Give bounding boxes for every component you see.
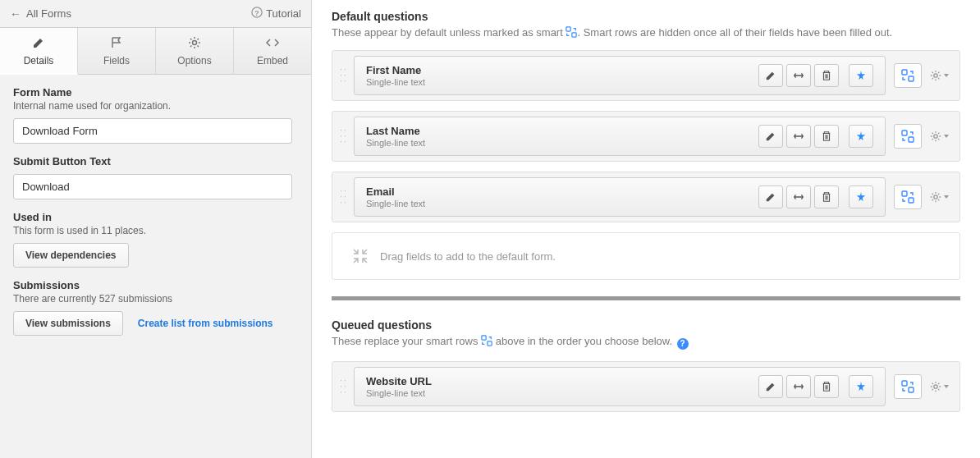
svg-point-18 <box>934 384 937 387</box>
svg-rect-14 <box>482 336 486 340</box>
used-in-help: This form is used in 11 places. <box>13 225 298 236</box>
smart-icon <box>566 26 577 38</box>
edit-button[interactable] <box>758 185 783 208</box>
field-title: Website URL <box>366 375 758 387</box>
field-card[interactable]: EmailSingle-line text <box>354 177 886 217</box>
row-settings[interactable] <box>927 185 953 209</box>
submissions-label: Submissions <box>13 279 298 291</box>
gear-icon <box>156 36 233 52</box>
tab-label: Details <box>24 55 54 66</box>
form-name-help: Internal name used for organization. <box>13 100 298 112</box>
svg-rect-17 <box>909 387 914 392</box>
question-row: ∙∙∙∙∙∙Website URLSingle-line text <box>332 361 960 412</box>
tab-fields[interactable]: Fields <box>78 28 156 74</box>
required-button[interactable] <box>849 185 873 208</box>
drag-handle[interactable]: ∙∙∙∙∙∙ <box>337 126 350 146</box>
queued-sub: These replace your smart rows above in t… <box>332 335 960 350</box>
code-icon <box>234 36 311 52</box>
smart-toggle[interactable] <box>894 63 922 88</box>
form-name-label: Form Name <box>13 86 298 98</box>
back-arrow-icon: ← <box>10 7 21 21</box>
tab-details[interactable]: Details <box>0 28 78 75</box>
view-submissions-button[interactable]: View submissions <box>13 311 123 336</box>
field-type: Single-line text <box>366 77 758 87</box>
field-type: Single-line text <box>366 199 758 208</box>
submit-button-label: Submit Button Text <box>13 155 298 167</box>
help-icon: ? <box>251 7 263 21</box>
field-card[interactable]: First NameSingle-line text <box>354 56 886 95</box>
tab-label: Options <box>177 55 211 66</box>
field-card[interactable]: Website URLSingle-line text <box>354 367 886 406</box>
field-type: Single-line text <box>366 138 758 148</box>
svg-rect-6 <box>909 76 914 81</box>
tab-options[interactable]: Options <box>156 28 234 74</box>
default-heading: Default questions <box>332 10 960 23</box>
field-title: First Name <box>366 64 758 76</box>
tab-embed[interactable]: Embed <box>234 28 311 74</box>
edit-button[interactable] <box>758 125 783 148</box>
edit-button[interactable] <box>758 64 783 87</box>
tutorial-link[interactable]: ? Tutorial <box>251 7 301 21</box>
default-sub-post: . Smart rows are hidden once all of thei… <box>577 26 892 39</box>
form-name-input[interactable] <box>13 118 292 144</box>
sidebar: ← All Forms ? Tutorial Details <box>0 0 312 458</box>
view-dependencies-button[interactable]: View dependencies <box>13 243 129 268</box>
used-in-label: Used in <box>13 211 298 223</box>
main-panel: Default questions These appear by defaul… <box>312 0 980 458</box>
queued-sub-post: above in the order you choose below. <box>492 335 675 347</box>
smart-toggle[interactable] <box>894 374 922 399</box>
info-icon[interactable]: ? <box>677 338 689 350</box>
default-sub: These appear by default unless marked as… <box>332 26 960 39</box>
svg-point-2 <box>193 41 197 45</box>
svg-rect-11 <box>902 191 907 196</box>
svg-rect-16 <box>902 381 907 386</box>
tutorial-label: Tutorial <box>266 7 301 20</box>
delete-button[interactable] <box>814 64 839 87</box>
create-list-link[interactable]: Create list from submissions <box>138 318 273 329</box>
tab-label: Fields <box>103 55 130 66</box>
smart-icon <box>481 335 492 346</box>
delete-button[interactable] <box>814 185 839 208</box>
required-button[interactable] <box>849 125 873 148</box>
delete-button[interactable] <box>814 375 839 398</box>
drop-text: Drag fields to add to the default form. <box>380 250 556 263</box>
field-card[interactable]: Last NameSingle-line text <box>354 117 886 156</box>
section-divider <box>332 296 960 300</box>
question-row: ∙∙∙∙∙∙First NameSingle-line text <box>332 50 960 101</box>
svg-point-10 <box>934 135 937 138</box>
queued-heading: Queued questions <box>332 318 960 332</box>
submissions-help: There are currently 527 submissions <box>13 293 298 305</box>
required-button[interactable] <box>849 375 873 398</box>
question-row: ∙∙∙∙∙∙EmailSingle-line text <box>332 172 960 222</box>
move-button[interactable] <box>786 125 811 148</box>
field-title: Last Name <box>366 125 758 137</box>
field-type: Single-line text <box>366 388 758 398</box>
smart-toggle[interactable] <box>894 124 922 149</box>
default-drop-area[interactable]: Drag fields to add to the default form. <box>332 232 960 280</box>
svg-point-13 <box>934 195 937 199</box>
required-button[interactable] <box>849 64 873 87</box>
svg-rect-12 <box>909 198 914 203</box>
move-button[interactable] <box>786 64 811 87</box>
submit-button-input[interactable] <box>13 174 292 199</box>
drag-handle[interactable]: ∙∙∙∙∙∙ <box>337 66 350 85</box>
delete-button[interactable] <box>814 125 839 148</box>
move-button[interactable] <box>786 375 811 398</box>
row-settings[interactable] <box>927 63 953 88</box>
row-settings[interactable] <box>927 124 953 149</box>
svg-rect-8 <box>902 131 907 135</box>
svg-rect-15 <box>488 341 492 346</box>
svg-rect-5 <box>902 70 907 75</box>
edit-button[interactable] <box>758 375 783 398</box>
drag-handle[interactable]: ∙∙∙∙∙∙ <box>337 187 350 207</box>
smart-toggle[interactable] <box>894 185 922 209</box>
svg-rect-3 <box>566 27 570 31</box>
svg-point-7 <box>934 74 937 77</box>
row-settings[interactable] <box>927 374 953 399</box>
move-button[interactable] <box>786 185 811 208</box>
back-all-forms[interactable]: ← All Forms <box>10 7 71 21</box>
drag-handle[interactable]: ∙∙∙∙∙∙ <box>337 377 350 396</box>
svg-text:?: ? <box>254 9 259 17</box>
tabs: Details Fields Options Embed <box>0 27 311 75</box>
default-sub-pre: These appear by default unless marked as… <box>332 26 566 39</box>
